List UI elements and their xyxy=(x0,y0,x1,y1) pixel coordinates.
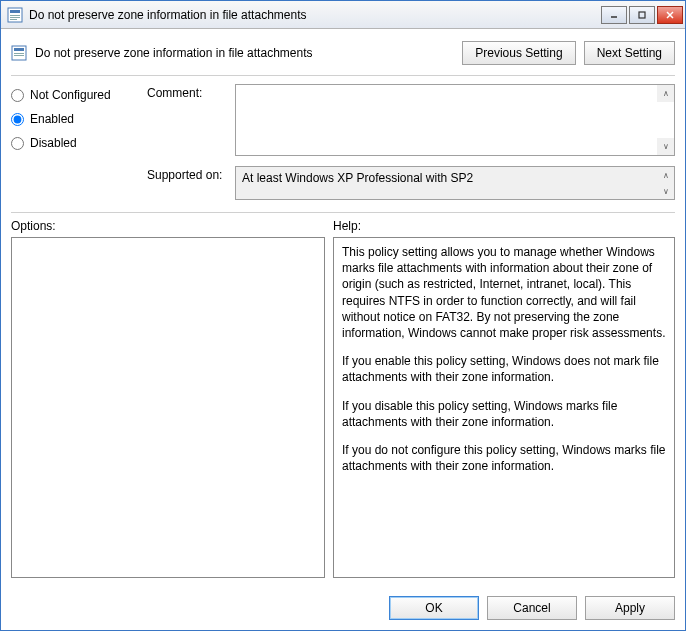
radio-not-configured[interactable]: Not Configured xyxy=(11,88,141,102)
scroll-up-button[interactable]: ∧ xyxy=(657,167,674,183)
scroll-up-button[interactable]: ∧ xyxy=(657,85,674,102)
policy-editor-window: Do not preserve zone information in file… xyxy=(0,0,686,631)
config-row: Not Configured Enabled Disabled Comment: xyxy=(11,84,675,200)
supported-field-wrap: At least Windows XP Professional with SP… xyxy=(235,166,675,200)
divider xyxy=(11,75,675,76)
content-area: Do not preserve zone information in file… xyxy=(1,29,685,586)
window-title: Do not preserve zone information in file… xyxy=(29,8,599,22)
comment-label: Comment: xyxy=(147,84,229,156)
previous-setting-button[interactable]: Previous Setting xyxy=(462,41,575,65)
close-icon xyxy=(666,11,674,19)
apply-button[interactable]: Apply xyxy=(585,596,675,620)
scroll-down-button[interactable]: ∨ xyxy=(657,138,674,155)
help-paragraph: If you do not configure this policy sett… xyxy=(342,442,666,474)
svg-rect-2 xyxy=(10,15,20,16)
next-setting-button[interactable]: Next Setting xyxy=(584,41,675,65)
minimize-icon xyxy=(610,11,618,19)
help-label: Help: xyxy=(333,219,361,233)
panels-row: This policy setting allows you to manage… xyxy=(11,237,675,578)
radio-enabled-label: Enabled xyxy=(30,112,74,126)
svg-rect-3 xyxy=(10,17,20,18)
radio-not-configured-input[interactable] xyxy=(11,89,24,102)
page-title: Do not preserve zone information in file… xyxy=(35,46,312,60)
help-paragraph: This policy setting allows you to manage… xyxy=(342,244,666,341)
supported-label: Supported on: xyxy=(147,166,229,200)
radio-enabled[interactable]: Enabled xyxy=(11,112,141,126)
footer-buttons: OK Cancel Apply xyxy=(1,586,685,630)
comment-field-wrap: ∧ ∨ xyxy=(235,84,675,156)
header-row: Do not preserve zone information in file… xyxy=(11,37,675,75)
maximize-icon xyxy=(638,11,646,19)
state-radio-group: Not Configured Enabled Disabled xyxy=(11,84,141,200)
policy-app-icon xyxy=(7,7,23,23)
fields-column: Comment: ∧ ∨ Supported on: At least Wind… xyxy=(147,84,675,200)
svg-rect-6 xyxy=(639,12,645,18)
radio-not-configured-label: Not Configured xyxy=(30,88,111,102)
options-panel xyxy=(11,237,325,578)
svg-rect-4 xyxy=(10,19,17,20)
maximize-button[interactable] xyxy=(629,6,655,24)
supported-value: At least Windows XP Professional with SP… xyxy=(236,167,657,199)
titlebar: Do not preserve zone information in file… xyxy=(1,1,685,29)
options-label: Options: xyxy=(11,219,333,233)
svg-rect-12 xyxy=(14,55,24,56)
ok-button[interactable]: OK xyxy=(389,596,479,620)
comment-input[interactable] xyxy=(236,85,657,155)
radio-disabled[interactable]: Disabled xyxy=(11,136,141,150)
radio-enabled-input[interactable] xyxy=(11,113,24,126)
scroll-down-button[interactable]: ∨ xyxy=(657,183,674,199)
divider xyxy=(11,212,675,213)
help-paragraph: If you disable this policy setting, Wind… xyxy=(342,398,666,430)
svg-rect-1 xyxy=(10,10,20,13)
policy-icon xyxy=(11,45,27,61)
minimize-button[interactable] xyxy=(601,6,627,24)
supported-scrollbar: ∧ ∨ xyxy=(657,167,674,199)
svg-rect-10 xyxy=(14,48,24,51)
close-button[interactable] xyxy=(657,6,683,24)
panel-labels: Options: Help: xyxy=(11,219,675,233)
comment-scrollbar: ∧ ∨ xyxy=(657,85,674,155)
help-paragraph: If you enable this policy setting, Windo… xyxy=(342,353,666,385)
svg-rect-11 xyxy=(14,53,24,54)
radio-disabled-label: Disabled xyxy=(30,136,77,150)
radio-disabled-input[interactable] xyxy=(11,137,24,150)
cancel-button[interactable]: Cancel xyxy=(487,596,577,620)
help-panel: This policy setting allows you to manage… xyxy=(333,237,675,578)
